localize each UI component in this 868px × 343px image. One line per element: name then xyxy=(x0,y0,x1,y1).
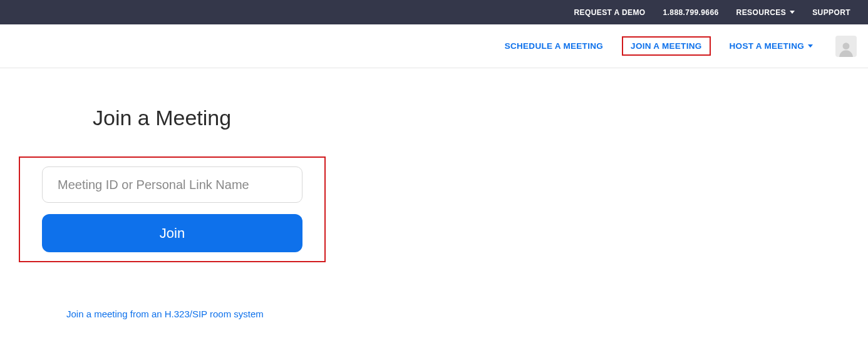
page-title: Join a Meeting xyxy=(93,106,868,130)
main-nav-bar: SCHEDULE A MEETING JOIN A MEETING HOST A… xyxy=(0,24,868,68)
chevron-down-icon xyxy=(790,11,795,14)
resources-label: RESOURCES xyxy=(736,8,787,17)
support-link[interactable]: SUPPORT xyxy=(812,8,850,17)
request-demo-link[interactable]: REQUEST A DEMO xyxy=(574,8,645,17)
host-meeting-dropdown[interactable]: HOST A MEETING xyxy=(725,38,818,54)
person-icon xyxy=(838,41,854,57)
chevron-down-icon xyxy=(808,44,813,48)
avatar[interactable] xyxy=(835,36,857,57)
join-meeting-link[interactable]: JOIN A MEETING xyxy=(622,36,710,56)
main-content: Join a Meeting Join Join a meeting from … xyxy=(0,68,868,320)
host-meeting-label: HOST A MEETING xyxy=(730,41,804,51)
schedule-meeting-link[interactable]: SCHEDULE A MEETING xyxy=(500,38,608,54)
meeting-id-input[interactable] xyxy=(42,166,302,203)
top-utility-bar: REQUEST A DEMO 1.888.799.9666 RESOURCES … xyxy=(0,0,868,24)
join-form-highlight: Join xyxy=(19,156,326,262)
resources-dropdown[interactable]: RESOURCES xyxy=(736,8,795,17)
svg-point-0 xyxy=(843,43,850,49)
phone-number[interactable]: 1.888.799.9666 xyxy=(663,8,719,17)
join-button[interactable]: Join xyxy=(42,214,302,252)
h323-sip-link[interactable]: Join a meeting from an H.323/SIP room sy… xyxy=(66,309,264,319)
